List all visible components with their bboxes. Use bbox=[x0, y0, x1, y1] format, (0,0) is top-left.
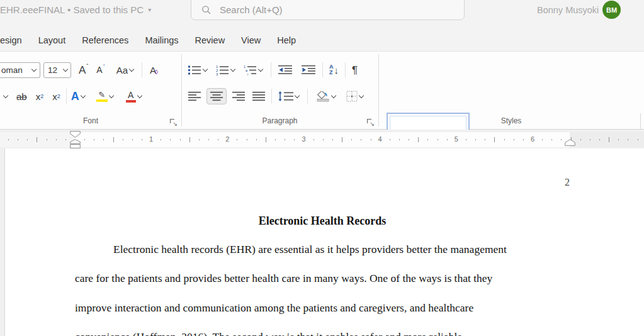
tab-design[interactable]: esign bbox=[0, 35, 22, 45]
highlight-icon: ✎ bbox=[96, 91, 108, 102]
hanging-indent-marker[interactable] bbox=[70, 139, 81, 144]
chevron-down-icon[interactable] bbox=[129, 67, 134, 72]
body-line: improve interaction and communication am… bbox=[75, 301, 473, 315]
document-page[interactable]: 2 Electronic Health Records Electronic h… bbox=[5, 148, 644, 336]
ruler-tick bbox=[494, 137, 495, 142]
decrease-indent-button[interactable] bbox=[276, 64, 294, 76]
ruler-tick bbox=[599, 139, 600, 140]
chevron-down-icon[interactable] bbox=[359, 93, 364, 98]
ruler-tick bbox=[399, 139, 400, 140]
ruler-tick bbox=[332, 139, 333, 140]
font-name-value: oman bbox=[1, 65, 23, 75]
styles-group-label: Styles bbox=[378, 116, 644, 125]
subscript-button[interactable]: x2 bbox=[34, 91, 46, 103]
ruler-tick bbox=[65, 139, 66, 140]
ruler-tick bbox=[504, 139, 505, 140]
clear-formatting-button[interactable]: A ◊ bbox=[148, 64, 160, 77]
ruler-tick bbox=[47, 139, 47, 140]
ruler-inch-label: 2 bbox=[225, 135, 229, 143]
align-center-button[interactable] bbox=[206, 88, 227, 104]
font-name-combo[interactable]: oman bbox=[0, 62, 40, 78]
chevron-down-icon[interactable] bbox=[295, 93, 300, 98]
justify-button[interactable] bbox=[251, 90, 267, 103]
document-title[interactable]: EHR.eeeFINAL • Saved to this PC ▾ bbox=[0, 4, 151, 15]
tab-help[interactable]: Help bbox=[277, 35, 296, 45]
align-left-icon bbox=[188, 91, 201, 101]
chevron-down-icon[interactable] bbox=[258, 67, 263, 72]
numbering-button[interactable]: 1 2 3 bbox=[214, 64, 238, 77]
title-bar: EHR.eeeFINAL • Saved to this PC ▾ Search… bbox=[0, 0, 644, 30]
shrink-font-button[interactable]: A ˇ bbox=[94, 64, 106, 76]
bullets-button[interactable] bbox=[186, 64, 210, 77]
ruler-tick bbox=[161, 139, 161, 140]
ruler-tick bbox=[638, 139, 638, 140]
left-indent-marker[interactable] bbox=[70, 144, 81, 148]
grow-font-button[interactable]: A ˆ bbox=[77, 64, 90, 77]
ruler-tick bbox=[409, 139, 409, 140]
shrink-font-icon: A bbox=[96, 65, 102, 74]
search-placeholder: Search (Alt+Q) bbox=[220, 4, 283, 15]
sort-button[interactable]: AZ ↓ bbox=[327, 63, 341, 77]
group-divider bbox=[378, 54, 379, 126]
svg-text:3: 3 bbox=[216, 72, 218, 76]
align-left-button[interactable] bbox=[186, 90, 203, 103]
ruler-tick bbox=[609, 137, 609, 142]
text-effects-button[interactable]: A bbox=[69, 89, 88, 103]
sort-icon: AZ bbox=[329, 64, 334, 76]
ruler-inch-label: 5 bbox=[455, 135, 458, 143]
ruler-tick bbox=[84, 139, 85, 140]
ruler-tick bbox=[56, 139, 57, 140]
font-dialog-launcher-icon[interactable]: ↘ bbox=[170, 119, 177, 126]
chevron-down-icon[interactable] bbox=[331, 93, 336, 98]
chevron-down-icon[interactable] bbox=[230, 67, 235, 72]
font-color-icon: A bbox=[126, 91, 136, 103]
paragraph-dialog-launcher-icon[interactable]: ↘ bbox=[367, 119, 374, 126]
search-box[interactable]: Search (Alt+Q) bbox=[191, 0, 465, 20]
chevron-down-icon[interactable] bbox=[80, 93, 85, 98]
ruler-tick bbox=[18, 139, 18, 140]
align-right-button[interactable] bbox=[230, 90, 247, 103]
chevron-down-icon[interactable] bbox=[31, 67, 37, 72]
borders-button[interactable] bbox=[344, 89, 366, 103]
font-size-combo[interactable]: 12 bbox=[43, 62, 71, 78]
change-case-button[interactable]: Aa bbox=[115, 64, 137, 76]
multilevel-list-button[interactable]: 1 a i bbox=[242, 64, 266, 77]
ruler-tick bbox=[199, 139, 200, 140]
chevron-down-icon[interactable] bbox=[203, 67, 208, 72]
tab-review[interactable]: Review bbox=[195, 35, 225, 45]
line-spacing-button[interactable] bbox=[276, 90, 302, 103]
user-avatar[interactable]: BM bbox=[602, 1, 621, 19]
chevron-down-icon[interactable] bbox=[108, 93, 113, 98]
ruler-tick bbox=[618, 139, 619, 140]
align-center-icon bbox=[210, 91, 223, 101]
ruler-inch-label: 4 bbox=[378, 135, 382, 143]
align-right-icon bbox=[232, 91, 245, 101]
tab-mailings[interactable]: Mailings bbox=[145, 35, 178, 45]
increase-indent-button[interactable] bbox=[300, 64, 317, 76]
ruler-inch-label: 6 bbox=[531, 135, 534, 143]
chevron-down-icon[interactable] bbox=[137, 93, 142, 98]
superscript-mark: 2 bbox=[57, 93, 60, 99]
user-name[interactable]: Bonny Musyoki bbox=[537, 5, 599, 15]
saved-dropdown-icon[interactable]: ▾ bbox=[148, 6, 151, 13]
first-line-indent-marker[interactable] bbox=[70, 131, 81, 138]
shading-button[interactable] bbox=[314, 90, 339, 103]
tab-view[interactable]: View bbox=[241, 35, 261, 45]
show-hide-marks-button[interactable]: ¶ bbox=[350, 64, 359, 77]
svg-text:i: i bbox=[247, 72, 248, 76]
highlight-color-button[interactable]: ✎ bbox=[94, 89, 116, 103]
font-color-button[interactable]: A bbox=[124, 89, 145, 104]
ruler-tick bbox=[438, 139, 438, 140]
ruler-tick bbox=[390, 139, 390, 140]
strikethrough-button[interactable]: ab bbox=[14, 91, 29, 103]
ruler-tick bbox=[266, 137, 266, 142]
chevron-down-icon[interactable] bbox=[63, 67, 68, 72]
right-indent-marker[interactable] bbox=[565, 139, 575, 146]
ruler-tick bbox=[132, 139, 133, 140]
tab-layout[interactable]: Layout bbox=[38, 35, 66, 45]
superscript-button[interactable]: x2 bbox=[50, 91, 62, 103]
ruler-inch-label: 1 bbox=[149, 135, 153, 143]
underline-chevron-icon[interactable] bbox=[3, 93, 8, 98]
pilcrow-icon: ¶ bbox=[352, 65, 358, 76]
tab-references[interactable]: References bbox=[82, 35, 128, 45]
